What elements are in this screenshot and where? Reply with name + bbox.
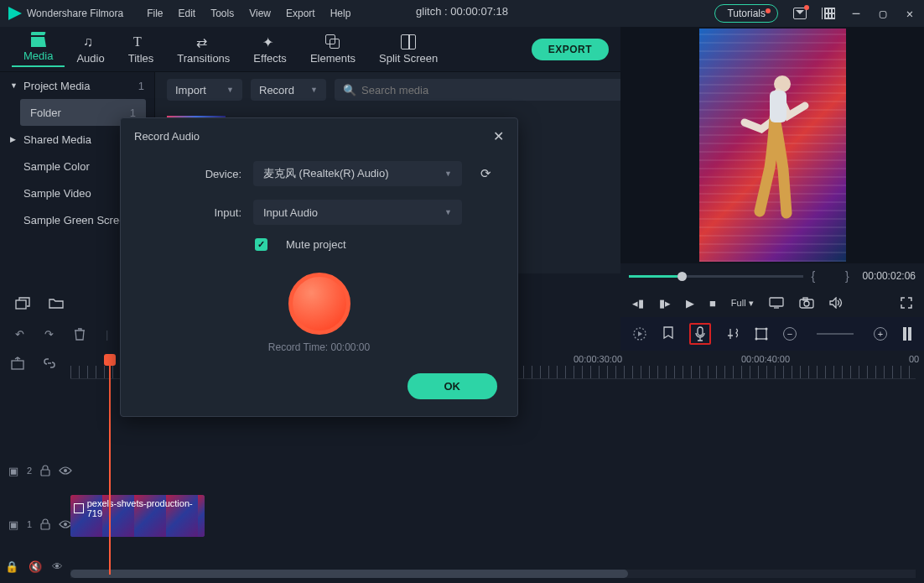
sidebar-item-project-media[interactable]: ▼Project Media1 xyxy=(0,72,154,99)
transitions-icon xyxy=(196,34,211,49)
menu-export[interactable]: Export xyxy=(286,8,315,19)
marker-braces[interactable]: { } xyxy=(812,269,854,283)
timeline-playhead[interactable] xyxy=(109,354,111,575)
play-button[interactable]: ▶ xyxy=(686,297,694,310)
track-lock-icon[interactable] xyxy=(40,465,50,476)
svg-point-20 xyxy=(755,328,758,331)
svg-rect-16 xyxy=(16,300,26,309)
marker-icon[interactable] xyxy=(662,326,674,341)
split-screen-icon xyxy=(401,34,416,49)
quality-dropdown[interactable]: Full ▾ xyxy=(731,298,754,309)
preview-controls: ◂▮ ▮▸ ▶ ■ Full ▾ xyxy=(620,289,924,317)
snapshot-icon[interactable] xyxy=(799,297,814,309)
menu-help[interactable]: Help xyxy=(330,8,351,19)
messages-icon[interactable] xyxy=(793,8,807,19)
category-nav: Media Audio Titles Transitions Effects E… xyxy=(0,27,620,72)
zoom-out-button[interactable]: − xyxy=(783,327,797,341)
svg-rect-25 xyxy=(908,327,911,341)
undo-icon[interactable]: ↶ xyxy=(15,328,24,341)
input-dropdown[interactable]: Input Audio▼ xyxy=(253,200,462,225)
search-icon: 🔍 xyxy=(343,84,356,96)
menu-edit[interactable]: Edit xyxy=(179,8,196,19)
menu-tools[interactable]: Tools xyxy=(210,8,234,19)
zoom-fit-icon[interactable] xyxy=(902,326,912,341)
render-preview-icon[interactable] xyxy=(632,326,647,341)
task-list-icon[interactable] xyxy=(822,8,835,19)
ok-button[interactable]: OK xyxy=(407,373,498,399)
record-dropdown[interactable]: Record▼ xyxy=(251,79,326,101)
audio-mixer-icon[interactable] xyxy=(726,327,740,341)
track-lock-icon[interactable] xyxy=(40,518,50,530)
maximize-button[interactable]: ▢ xyxy=(877,7,889,20)
clip-label: pexels-shvets-production-719 xyxy=(74,498,205,518)
export-button[interactable]: EXPORT xyxy=(532,39,609,60)
redo-icon[interactable]: ↷ xyxy=(44,328,54,341)
svg-point-14 xyxy=(804,301,809,306)
voiceover-button[interactable] xyxy=(689,323,711,345)
timeline-insert-icon[interactable] xyxy=(10,356,25,371)
device-dropdown[interactable]: 麦克风 (Realtek(R) Audio)▼ xyxy=(253,161,462,186)
track-visible-icon[interactable] xyxy=(59,466,72,475)
track-picture-icon[interactable]: ▣ xyxy=(8,465,18,477)
link-icon[interactable] xyxy=(42,356,57,371)
seek-slider[interactable] xyxy=(629,275,803,278)
record-audio-dialog: Record Audio ✕ Device: 麦克风 (Realtek(R) A… xyxy=(120,117,518,417)
track-picture-icon[interactable]: ▣ xyxy=(8,518,18,531)
delete-icon[interactable] xyxy=(74,327,86,341)
tab-split-screen[interactable]: Split Screen xyxy=(367,34,449,65)
preview-viewport xyxy=(620,27,924,263)
fullscreen-icon[interactable] xyxy=(901,297,912,309)
svg-rect-18 xyxy=(698,327,703,336)
svg-rect-29 xyxy=(41,523,49,529)
svg-rect-27 xyxy=(41,470,49,476)
import-dropdown[interactable]: Import▼ xyxy=(167,79,242,101)
crop-icon[interactable] xyxy=(755,327,768,341)
tab-titles[interactable]: Titles xyxy=(117,34,166,65)
preview-content xyxy=(736,69,812,228)
mute-project-checkbox[interactable]: ✓ xyxy=(255,238,267,251)
svg-point-22 xyxy=(755,338,758,341)
record-button[interactable] xyxy=(288,273,350,335)
menu-view[interactable]: View xyxy=(249,8,271,19)
dialog-title: Record Audio xyxy=(134,130,200,143)
dialog-close-button[interactable]: ✕ xyxy=(493,128,504,144)
close-button[interactable]: ✕ xyxy=(904,7,916,20)
timeline-scrollbar[interactable] xyxy=(70,570,916,578)
caret-right-icon: ▶ xyxy=(10,135,18,143)
tab-media[interactable]: Media xyxy=(12,32,65,67)
display-icon[interactable] xyxy=(769,297,784,309)
add-track-icon[interactable] xyxy=(15,296,30,310)
volume-icon[interactable] xyxy=(829,297,843,309)
prev-frame-button[interactable]: ◂▮ xyxy=(632,297,644,310)
svg-rect-10 xyxy=(770,91,786,122)
folder-icon xyxy=(31,32,46,47)
svg-rect-26 xyxy=(12,361,23,369)
step-back-button[interactable]: ▮▸ xyxy=(659,297,671,310)
minimize-button[interactable]: ─ xyxy=(850,7,862,20)
tab-effects[interactable]: Effects xyxy=(241,34,298,65)
svg-point-30 xyxy=(64,523,67,526)
track-audio-lock-icon[interactable]: 🔒 xyxy=(5,560,18,573)
new-folder-icon[interactable] xyxy=(49,297,64,309)
tab-transitions[interactable]: Transitions xyxy=(165,34,241,65)
record-time: Record Time: 00:00:00 xyxy=(121,341,517,353)
refresh-devices-icon[interactable]: ⟳ xyxy=(474,166,497,181)
stop-button[interactable]: ■ xyxy=(709,297,716,310)
mute-project-label: Mute project xyxy=(286,238,346,251)
timeline-clip[interactable]: pexels-shvets-production-719 xyxy=(70,495,205,537)
tab-audio[interactable]: Audio xyxy=(65,34,116,65)
track-mute-icon[interactable]: 🔇 xyxy=(29,560,42,573)
preview-frame xyxy=(699,29,846,262)
zoom-in-button[interactable]: + xyxy=(874,327,887,341)
tutorials-button[interactable]: Tutorials xyxy=(714,4,778,23)
tab-elements[interactable]: Elements xyxy=(298,34,367,65)
track-audio-visible-icon[interactable]: 👁 xyxy=(52,560,63,573)
svg-rect-11 xyxy=(770,298,783,306)
titles-icon xyxy=(133,34,148,49)
titlebar: Wondershare Filmora File Edit Tools View… xyxy=(0,0,924,27)
zoom-slider[interactable] xyxy=(817,333,854,335)
timeline-tools: − + xyxy=(620,317,924,351)
menu-file[interactable]: File xyxy=(147,8,163,19)
track-header-v1: ▣1 xyxy=(0,503,70,545)
effects-icon xyxy=(262,34,278,49)
